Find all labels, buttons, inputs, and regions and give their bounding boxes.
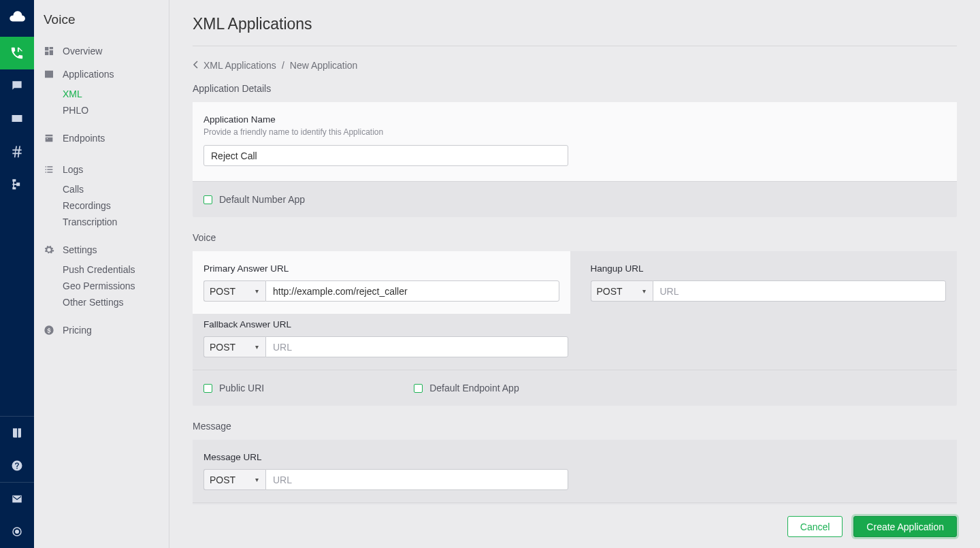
rail-numbers[interactable] <box>0 135 34 167</box>
cloud-dial-icon <box>8 8 26 26</box>
card-fallback: Fallback Answer URL POST ▾ <box>193 314 957 370</box>
fallback-method-select[interactable]: POST ▾ <box>203 336 265 357</box>
nav-push-credentials[interactable]: Push Credentials <box>34 261 169 278</box>
book-icon <box>11 427 23 439</box>
panel-message: Message URL POST ▾ Additional Settings R… <box>193 440 957 504</box>
circle-icon <box>11 526 23 538</box>
card-hangup: Hangup URL POST ▾ <box>580 251 958 314</box>
breadcrumb: XML Applications / New Application <box>193 60 957 71</box>
rail-messaging[interactable] <box>0 69 34 102</box>
nav-pricing[interactable]: Pricing <box>34 319 169 342</box>
fallback-label: Fallback Answer URL <box>203 319 568 329</box>
rail-sip[interactable] <box>0 102 34 135</box>
checkbox-default-endpoint-app[interactable] <box>414 384 423 393</box>
primary-answer-method-value: POST <box>210 286 235 297</box>
label-public-uri: Public URI <box>219 383 264 393</box>
icon-rail <box>0 0 34 548</box>
app-name-input[interactable] <box>203 145 568 166</box>
help-icon <box>11 460 23 472</box>
rail-routing[interactable] <box>0 167 34 200</box>
rail-docs[interactable] <box>0 417 34 449</box>
rail-help[interactable] <box>0 449 34 482</box>
main: XML Applications XML Applications / New … <box>169 0 980 548</box>
nav-xml[interactable]: XML <box>34 86 169 102</box>
nav-overview-label: Overview <box>63 46 102 57</box>
main-scroll: XML Applications XML Applications / New … <box>169 0 980 504</box>
primary-answer-url-input[interactable] <box>265 280 559 302</box>
breadcrumb-sep: / <box>282 60 284 71</box>
nav-geo-permissions[interactable]: Geo Permissions <box>34 278 169 294</box>
chevron-down-icon: ▾ <box>255 476 259 483</box>
chevron-down-icon: ▾ <box>255 343 259 351</box>
breadcrumb-root[interactable]: XML Applications <box>203 60 276 71</box>
app-name-hint: Provide a friendly name to identify this… <box>203 127 568 137</box>
section-voice: Voice <box>193 232 957 243</box>
row-voice-checks: Public URI Default Endpoint App <box>193 370 957 406</box>
hash-icon <box>10 144 24 158</box>
nav-applications[interactable]: Applications <box>34 63 169 86</box>
checkbox-public-uri[interactable] <box>203 384 212 393</box>
cancel-button[interactable]: Cancel <box>787 516 843 537</box>
endpoint-icon <box>44 133 54 144</box>
chevron-left-icon[interactable] <box>193 60 198 71</box>
label-default-number-app: Default Number App <box>219 194 305 205</box>
nav-endpoints[interactable]: Endpoints <box>34 127 169 150</box>
nav-overview[interactable]: Overview <box>34 39 169 63</box>
nav-transcription[interactable]: Transcription <box>34 214 169 230</box>
grid-icon <box>44 46 54 57</box>
chat-icon <box>10 79 24 93</box>
sip-icon <box>10 112 24 125</box>
hangup-method-value: POST <box>597 286 623 297</box>
card-app-name: Application Name Provide a friendly name… <box>193 102 957 181</box>
row-default-number-app: Default Number App <box>193 182 957 217</box>
hangup-label: Hangup URL <box>591 263 947 274</box>
primary-answer-method-select[interactable]: POST ▾ <box>203 280 265 302</box>
brand-logo[interactable] <box>4 4 30 30</box>
mail-icon <box>11 493 23 505</box>
rail-voice[interactable] <box>0 37 34 69</box>
nav-applications-label: Applications <box>63 69 114 80</box>
section-message: Message <box>193 421 957 432</box>
nav-settings[interactable]: Settings <box>34 238 169 261</box>
rail-status[interactable] <box>0 515 34 548</box>
hangup-method-select[interactable]: POST ▾ <box>591 280 653 302</box>
terminal-icon <box>44 69 54 80</box>
phone-icon <box>10 46 24 61</box>
message-method-value: POST <box>210 474 235 485</box>
card-message-url: Message URL POST ▾ <box>193 440 957 502</box>
app-name-label: Application Name <box>203 114 568 125</box>
breadcrumb-current: New Application <box>290 60 358 71</box>
chevron-down-icon: ▾ <box>255 287 259 295</box>
nav-recordings[interactable]: Recordings <box>34 197 169 214</box>
nav-logs-label: Logs <box>63 164 83 175</box>
fallback-url-input[interactable] <box>265 336 568 357</box>
gear-icon <box>44 244 54 255</box>
message-url-input[interactable] <box>265 469 568 490</box>
svg-point-1 <box>15 530 19 534</box>
list-icon <box>44 164 54 175</box>
nav-logs[interactable]: Logs <box>34 158 169 181</box>
primary-answer-label: Primary Answer URL <box>203 263 559 274</box>
sidebar: Voice Overview Applications XML PHLO End… <box>34 0 169 548</box>
message-method-select[interactable]: POST ▾ <box>203 469 265 490</box>
panel-voice: Primary Answer URL POST ▾ Hangup URL POS… <box>193 251 957 406</box>
page-title: XML Applications <box>193 15 957 46</box>
label-default-endpoint-app: Default Endpoint App <box>429 383 519 393</box>
checkbox-default-number-app[interactable] <box>203 195 212 204</box>
nav-settings-label: Settings <box>63 244 97 255</box>
nav-endpoints-label: Endpoints <box>63 133 105 144</box>
chevron-down-icon: ▾ <box>642 287 646 295</box>
sidebar-title: Voice <box>34 12 169 39</box>
nav-other-settings[interactable]: Other Settings <box>34 294 169 310</box>
rail-mail[interactable] <box>0 483 34 515</box>
nav-calls[interactable]: Calls <box>34 181 169 197</box>
panel-app-details: Application Name Provide a friendly name… <box>193 102 957 217</box>
message-url-label: Message URL <box>203 452 568 462</box>
create-button[interactable]: Create Application <box>853 516 957 537</box>
card-primary-answer: Primary Answer URL POST ▾ <box>193 251 570 314</box>
dollar-icon <box>44 325 54 336</box>
fallback-method-value: POST <box>210 342 235 353</box>
branch-icon <box>10 177 24 191</box>
hangup-url-input[interactable] <box>653 280 947 302</box>
nav-phlo[interactable]: PHLO <box>34 102 169 118</box>
